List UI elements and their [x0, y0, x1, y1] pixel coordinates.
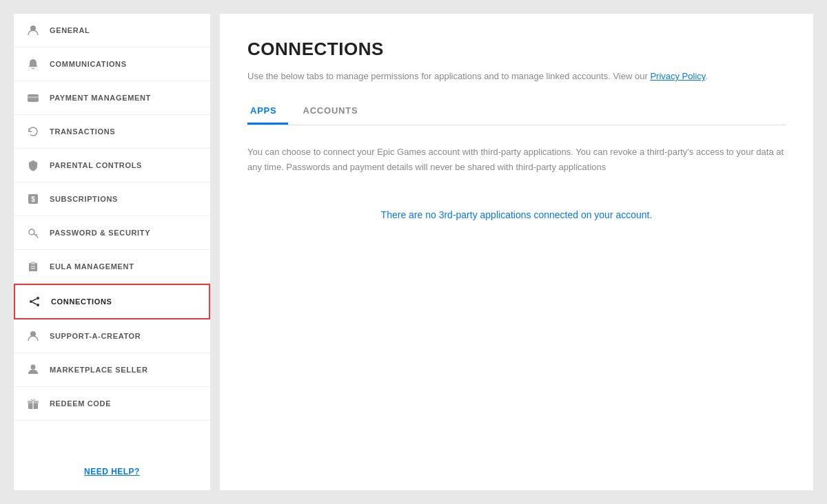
need-help-link[interactable]: NEED HELP?	[14, 467, 210, 476]
sidebar-item-transactions-label: TRANSACTIONS	[50, 127, 115, 136]
sidebar-item-payment-label: PAYMENT MANAGEMENT	[50, 94, 151, 102]
sidebar-item-connections-label: CONNECTIONS	[51, 297, 112, 306]
sidebar-item-payment-management[interactable]: PAYMENT MANAGEMENT	[14, 81, 210, 115]
svg-point-10	[37, 297, 39, 300]
svg-rect-2	[28, 96, 39, 98]
sidebar-item-password-label: PASSWORD & SECURITY	[50, 229, 150, 237]
tabs-bar: APPS ACCOUNTS	[247, 100, 786, 125]
description-text-end: .	[705, 71, 708, 81]
sidebar-item-marketplace-seller[interactable]: MARKETPLACE SELLER	[14, 353, 210, 387]
sidebar-item-eula-management[interactable]: EULA MANAGEMENT	[14, 250, 210, 284]
sidebar-item-parental-controls[interactable]: PARENTAL CONTROLS	[14, 149, 210, 182]
page-description: Use the below tabs to manage permissions…	[247, 70, 786, 83]
sidebar: GENERAL COMMUNICATIONS PAYMENT MANAGEMEN…	[14, 14, 210, 490]
person3-icon	[26, 363, 40, 377]
sidebar-item-subscriptions[interactable]: $ SUBSCRIPTIONS	[14, 182, 210, 216]
sidebar-item-eula-label: EULA MANAGEMENT	[50, 262, 134, 271]
tab-apps[interactable]: APPS	[247, 100, 288, 125]
history-icon	[26, 125, 40, 138]
sidebar-item-marketplace-label: MARKETPLACE SELLER	[50, 366, 148, 374]
svg-text:$: $	[31, 196, 35, 203]
svg-point-11	[30, 300, 32, 303]
sidebar-item-communications[interactable]: COMMUNICATIONS	[14, 48, 210, 81]
svg-line-13	[32, 299, 37, 301]
sidebar-item-general-label: GENERAL	[50, 26, 90, 34]
card-icon	[26, 91, 40, 105]
empty-state-message: There are no 3rd-party applications conn…	[247, 209, 786, 220]
privacy-policy-link[interactable]: Privacy Policy	[650, 71, 705, 81]
sidebar-item-communications-label: COMMUNICATIONS	[50, 60, 127, 68]
sidebar-item-connections[interactable]: CONNECTIONS	[14, 284, 210, 319]
key-icon	[26, 226, 40, 240]
sidebar-item-support-creator[interactable]: SUPPORT-A-CREATOR	[14, 319, 210, 353]
person2-icon	[26, 329, 40, 343]
sidebar-item-redeem-code[interactable]: REDEEM CODE	[14, 387, 210, 421]
description-text-start: Use the below tabs to manage permissions…	[247, 71, 650, 81]
gift-icon	[26, 397, 40, 410]
sidebar-item-general[interactable]: GENERAL	[14, 14, 210, 48]
sidebar-item-subscriptions-label: SUBSCRIPTIONS	[50, 195, 118, 203]
clipboard-icon	[26, 260, 40, 273]
page-title: CONNECTIONS	[247, 39, 786, 60]
sidebar-item-transactions[interactable]: TRANSACTIONS	[14, 115, 210, 149]
sidebar-item-password-security[interactable]: PASSWORD & SECURITY	[14, 216, 210, 250]
dollar-icon: $	[26, 192, 40, 206]
svg-point-16	[31, 365, 36, 370]
tab-accounts[interactable]: ACCOUNTS	[300, 100, 369, 125]
tab-description: You can choose to connect your Epic Game…	[247, 145, 785, 175]
shield-icon	[26, 158, 40, 172]
person-icon	[26, 23, 40, 37]
svg-line-14	[32, 302, 37, 304]
svg-rect-7	[31, 262, 35, 264]
main-content: CONNECTIONS Use the below tabs to manage…	[220, 14, 813, 490]
sidebar-item-support-label: SUPPORT-A-CREATOR	[50, 332, 141, 340]
sidebar-item-parental-label: PARENTAL CONTROLS	[50, 161, 142, 169]
svg-point-12	[37, 304, 39, 306]
sidebar-item-redeem-label: REDEEM CODE	[50, 399, 111, 408]
share-icon	[28, 295, 41, 308]
bell-icon	[26, 57, 40, 71]
page-container: GENERAL COMMUNICATIONS PAYMENT MANAGEMEN…	[14, 14, 813, 490]
